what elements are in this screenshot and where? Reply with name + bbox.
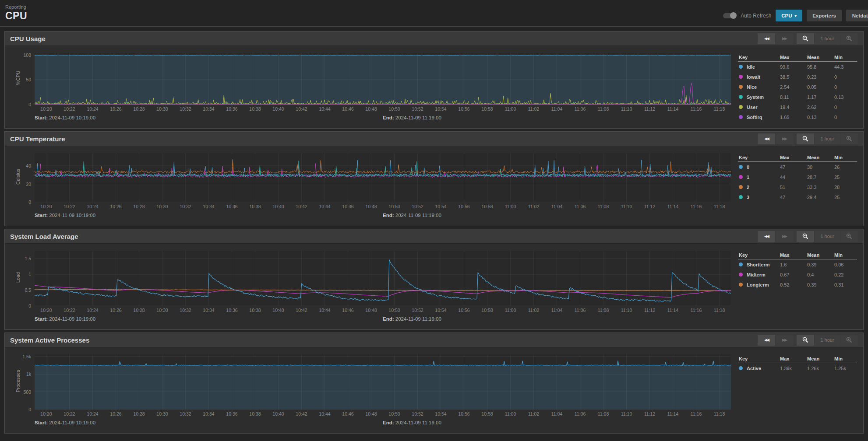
pan-back-button[interactable]: ◀◀ [758,33,775,44]
panel-controls: ◀◀ ▶▶ 1 hour [758,133,858,144]
x-tick-label: 10:32 [180,411,191,416]
legend-row[interactable]: Softirq1.650.130 [738,112,857,122]
x-tick-label: 10:30 [156,308,168,313]
x-tick-label: 10:46 [342,204,353,209]
x-tick-label: 10:28 [133,411,145,416]
end-value: 2024-11-09 11:19:00 [395,420,441,425]
x-tick-label: 10:44 [319,106,330,112]
series-stat: 47 [780,195,807,200]
zoom-out-button[interactable] [797,231,814,242]
x-tick-label: 11:18 [714,204,725,209]
x-tick-label: 10:20 [40,204,52,209]
legend-column-mean: Mean [807,155,834,160]
chart-plot[interactable] [35,251,731,306]
legend-row[interactable]: Longterm0.520.390.31 [738,280,857,290]
series-stat: 0.52 [780,282,807,287]
start-value: 2024-11-09 10:19:00 [49,316,95,322]
auto-refresh-label: Auto Refresh [741,13,771,19]
legend-row[interactable]: Shortterm1.60.390.06 [738,259,857,270]
plot-area: %CPU 050100 [35,53,731,105]
x-tick-label: 10:38 [249,204,261,209]
chart-plot[interactable] [35,53,731,105]
legend-row[interactable]: 14428.725 [738,172,857,182]
x-tick-label: 11:12 [644,411,656,416]
x-tick-label: 11:18 [714,106,725,112]
legend-row[interactable]: 0473026 [738,162,857,172]
x-tick-label: 11:08 [598,411,609,416]
exporters-button[interactable]: Exporters [807,10,842,21]
zoom-in-button[interactable] [840,33,858,44]
series-name: 1 [747,175,749,180]
zoom-out-button[interactable] [797,335,814,346]
pan-back-button[interactable]: ◀◀ [758,335,775,346]
x-tick-label: 10:50 [388,204,400,209]
y-axis-label: Celsius [15,150,21,203]
y-tick-label: 50 [26,77,31,82]
zoom-in-button[interactable] [840,335,858,346]
x-tick-label: 10:46 [342,411,353,416]
x-tick-label: 10:32 [180,106,191,112]
pan-forward-button[interactable]: ▶▶ [776,335,793,346]
series-name: Nice [747,84,757,90]
x-tick-label: 10:36 [226,204,237,209]
x-tick-label: 11:08 [598,106,609,112]
panel-header: CPU Temperature ◀◀ ▶▶ 1 hour [5,132,863,146]
panel-controls: ◀◀ ▶▶ 1 hour [758,335,858,346]
legend-row[interactable]: Idle99.695.844.3 [738,62,857,72]
chevron-down-icon: ▾ [795,14,797,18]
series-color-dot [739,95,743,99]
y-tick-label: 20 [26,182,31,187]
start-value: 2024-11-09 10:19:00 [49,115,95,120]
chart-legend: KeyMaxMeanMinIdle99.695.844.3Iowait38.50… [738,53,857,122]
legend-row[interactable]: System8.111.170.13 [738,92,857,102]
x-tick-label: 11:16 [691,411,702,416]
legend-row[interactable]: 34729.425 [738,192,857,202]
pan-forward-button[interactable]: ▶▶ [776,231,793,242]
zoom-in-button[interactable] [840,231,858,242]
pan-back-button[interactable]: ◀◀ [758,231,775,242]
duration-label: 1 hour [815,133,840,144]
netdata-button[interactable]: Netdata [846,10,868,21]
legend-row[interactable]: Iowait38.50.230 [738,72,857,82]
legend-header: KeyMaxMeanMin [738,251,857,259]
rewind-icon: ◀◀ [764,36,769,41]
series-name: 3 [747,195,749,200]
zoom-out-button[interactable] [797,33,814,44]
x-tick-label: 10:40 [272,204,284,209]
x-tick-label: 10:34 [203,308,214,313]
chart-plot[interactable] [35,354,731,410]
series-stat: 0 [834,84,856,90]
legend-column-min: Min [834,252,856,258]
legend-column-min: Min [834,55,856,60]
zoom-in-button[interactable] [840,133,858,144]
auto-refresh-toggle[interactable] [723,13,736,18]
zoom-out-button[interactable] [797,133,814,144]
x-tick-label: 10:48 [365,106,377,112]
x-tick-label: 11:06 [575,204,586,209]
series-stat: 25 [834,175,856,180]
legend-column-mean: Mean [807,55,834,60]
legend-row[interactable]: Midterm0.670.40.22 [738,270,857,280]
x-tick-label: 11:06 [575,308,586,313]
legend-row[interactable]: 25133.328 [738,182,857,192]
panels-container: CPU Usage ◀◀ ▶▶ 1 hour [0,31,868,434]
x-tick-label: 10:54 [435,411,446,416]
series-line [35,55,731,56]
pan-forward-button[interactable]: ▶▶ [776,33,793,44]
chart-plot[interactable] [35,153,731,202]
legend-row[interactable]: User19.42.620 [738,102,857,112]
pan-back-button[interactable]: ◀◀ [758,133,775,144]
legend-row[interactable]: Nice2.540.050 [738,82,857,92]
series-name: System [747,94,764,100]
series-stat: 30 [807,164,834,170]
scope-dropdown-button[interactable]: CPU▾ [776,10,802,21]
x-tick-label: 11:04 [551,411,563,416]
x-tick-label: 11:18 [714,308,725,313]
pan-button-group: ◀◀ ▶▶ [758,33,793,44]
pan-button-group: ◀◀ ▶▶ [758,133,793,144]
series-name: Shortterm [747,262,770,267]
x-tick-label: 11:12 [644,204,656,209]
pan-forward-button[interactable]: ▶▶ [776,133,793,144]
legend-row[interactable]: Active1.39k1.26k1.25k [738,363,857,373]
x-tick-label: 10:44 [319,204,330,209]
